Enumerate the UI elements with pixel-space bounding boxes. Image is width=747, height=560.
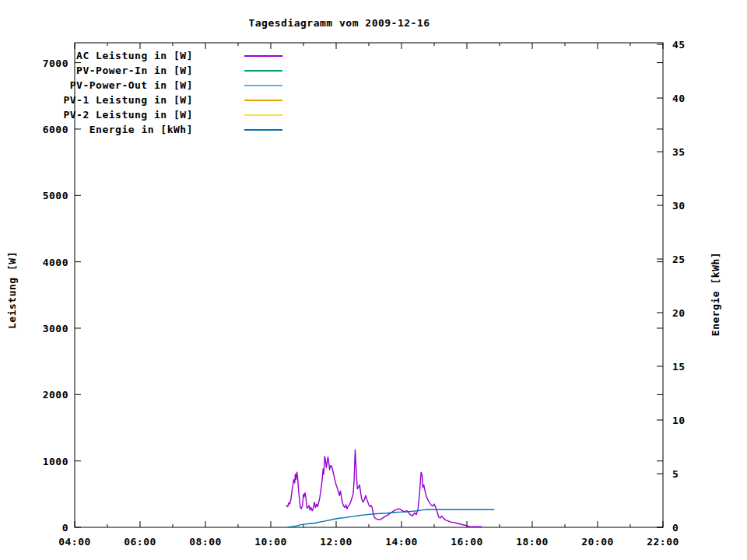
y-axis-tick-label: 7000 (43, 58, 68, 69)
x-axis-tick-label: 12:00 (320, 536, 352, 548)
x-axis-tick-label: 08:00 (189, 536, 222, 548)
x-axis-tick-label: 06:00 (124, 536, 156, 548)
y2-axis-tick-label: 40 (672, 93, 686, 104)
x-axis-tick-label: 20:00 (581, 536, 614, 548)
y2-axis-tick-label: 0 (672, 522, 679, 534)
y-axis-tick-label: 2000 (43, 389, 68, 401)
y2-axis-tick-label: 10 (672, 415, 686, 426)
y-axis-tick-label: 1000 (43, 456, 68, 467)
y2-axis-tick-label: 5 (672, 468, 679, 480)
y2-axis-tick-label: 35 (672, 146, 686, 158)
y2-axis-tick-label: 30 (672, 200, 686, 212)
x-axis-tick-label: 10:00 (254, 536, 287, 548)
y2-axis-tick-label: 20 (672, 307, 686, 319)
y2-axis-tick-label: 25 (672, 254, 686, 265)
tagesdiagramm-chart: Tagesdiagramm vom 2009-12-16 AC Leistung… (0, 0, 747, 560)
plot-svg: Leistung [W] Energie [kWh] 04:0006:0008:… (0, 0, 747, 560)
y-axis-tick-label: 3000 (43, 323, 68, 334)
y2-axis-label: Energie [kWh] (710, 252, 721, 336)
y-axis-tick-label: 0 (62, 522, 68, 534)
y-axis-label: Leistung [W] (6, 251, 18, 329)
series-line-ac-leistung (286, 450, 482, 527)
y-axis-tick-label: 4000 (43, 257, 68, 268)
plot-border (75, 43, 663, 527)
x-axis-tick-label: 22:00 (647, 536, 679, 548)
x-axis-tick-label: 16:00 (451, 536, 483, 548)
y-axis-tick-label: 6000 (43, 124, 68, 135)
y2-axis-tick-label: 45 (672, 39, 686, 51)
x-axis-tick-label: 18:00 (516, 536, 549, 548)
x-axis-tick-label: 14:00 (385, 536, 418, 548)
x-axis-tick-label: 04:00 (58, 536, 91, 548)
y2-axis-tick-label: 15 (672, 361, 686, 373)
y-axis-tick-label: 5000 (43, 190, 68, 201)
